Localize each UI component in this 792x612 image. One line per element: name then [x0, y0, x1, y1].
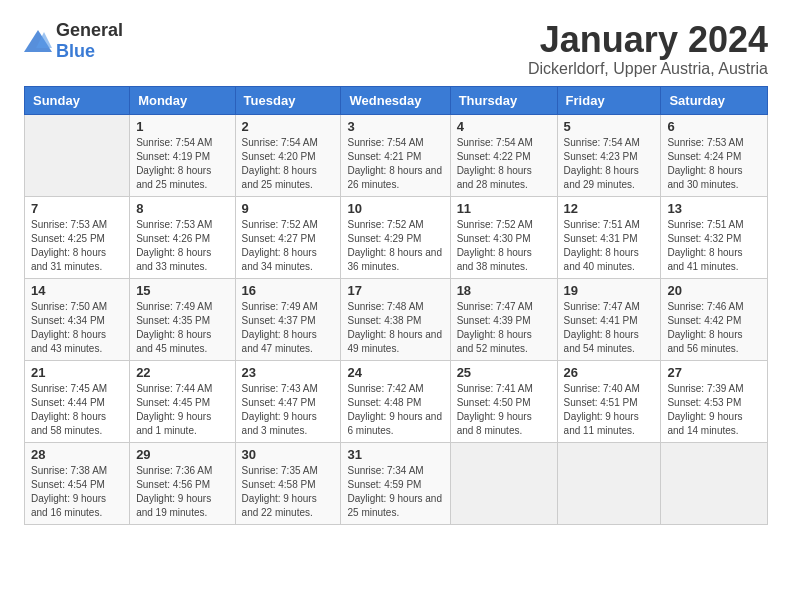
day-number: 5 — [564, 119, 655, 134]
calendar-cell: 6Sunrise: 7:53 AMSunset: 4:24 PMDaylight… — [661, 114, 768, 196]
calendar-cell: 23Sunrise: 7:43 AMSunset: 4:47 PMDayligh… — [235, 360, 341, 442]
day-info: Sunrise: 7:52 AMSunset: 4:27 PMDaylight:… — [242, 218, 335, 274]
day-info: Sunrise: 7:54 AMSunset: 4:19 PMDaylight:… — [136, 136, 228, 192]
calendar-cell: 22Sunrise: 7:44 AMSunset: 4:45 PMDayligh… — [130, 360, 235, 442]
calendar-week-row: 14Sunrise: 7:50 AMSunset: 4:34 PMDayligh… — [25, 278, 768, 360]
day-number: 6 — [667, 119, 761, 134]
day-number: 19 — [564, 283, 655, 298]
day-info: Sunrise: 7:44 AMSunset: 4:45 PMDaylight:… — [136, 382, 228, 438]
day-info: Sunrise: 7:38 AMSunset: 4:54 PMDaylight:… — [31, 464, 123, 520]
day-number: 4 — [457, 119, 551, 134]
calendar-week-row: 7Sunrise: 7:53 AMSunset: 4:25 PMDaylight… — [25, 196, 768, 278]
calendar-cell: 28Sunrise: 7:38 AMSunset: 4:54 PMDayligh… — [25, 442, 130, 524]
day-info: Sunrise: 7:47 AMSunset: 4:41 PMDaylight:… — [564, 300, 655, 356]
day-number: 20 — [667, 283, 761, 298]
day-info: Sunrise: 7:52 AMSunset: 4:30 PMDaylight:… — [457, 218, 551, 274]
day-info: Sunrise: 7:53 AMSunset: 4:24 PMDaylight:… — [667, 136, 761, 192]
logo-text: General Blue — [56, 20, 123, 62]
calendar-cell: 9Sunrise: 7:52 AMSunset: 4:27 PMDaylight… — [235, 196, 341, 278]
day-info: Sunrise: 7:41 AMSunset: 4:50 PMDaylight:… — [457, 382, 551, 438]
day-number: 21 — [31, 365, 123, 380]
day-number: 25 — [457, 365, 551, 380]
day-info: Sunrise: 7:50 AMSunset: 4:34 PMDaylight:… — [31, 300, 123, 356]
header-wednesday: Wednesday — [341, 86, 450, 114]
day-number: 29 — [136, 447, 228, 462]
calendar-cell: 4Sunrise: 7:54 AMSunset: 4:22 PMDaylight… — [450, 114, 557, 196]
calendar-cell — [25, 114, 130, 196]
calendar-cell: 18Sunrise: 7:47 AMSunset: 4:39 PMDayligh… — [450, 278, 557, 360]
day-info: Sunrise: 7:51 AMSunset: 4:32 PMDaylight:… — [667, 218, 761, 274]
header-friday: Friday — [557, 86, 661, 114]
day-number: 15 — [136, 283, 228, 298]
calendar-cell — [661, 442, 768, 524]
day-number: 26 — [564, 365, 655, 380]
day-number: 2 — [242, 119, 335, 134]
calendar-table: SundayMondayTuesdayWednesdayThursdayFrid… — [24, 86, 768, 525]
header-sunday: Sunday — [25, 86, 130, 114]
title-block: January 2024 Dickerldorf, Upper Austria,… — [528, 20, 768, 78]
day-info: Sunrise: 7:54 AMSunset: 4:23 PMDaylight:… — [564, 136, 655, 192]
day-number: 11 — [457, 201, 551, 216]
day-info: Sunrise: 7:54 AMSunset: 4:20 PMDaylight:… — [242, 136, 335, 192]
calendar-header-row: SundayMondayTuesdayWednesdayThursdayFrid… — [25, 86, 768, 114]
calendar-cell: 24Sunrise: 7:42 AMSunset: 4:48 PMDayligh… — [341, 360, 450, 442]
calendar-cell: 1Sunrise: 7:54 AMSunset: 4:19 PMDaylight… — [130, 114, 235, 196]
calendar-cell: 21Sunrise: 7:45 AMSunset: 4:44 PMDayligh… — [25, 360, 130, 442]
header-thursday: Thursday — [450, 86, 557, 114]
calendar-cell: 25Sunrise: 7:41 AMSunset: 4:50 PMDayligh… — [450, 360, 557, 442]
month-title: January 2024 — [528, 20, 768, 60]
day-number: 12 — [564, 201, 655, 216]
calendar-cell — [557, 442, 661, 524]
day-info: Sunrise: 7:39 AMSunset: 4:53 PMDaylight:… — [667, 382, 761, 438]
header-tuesday: Tuesday — [235, 86, 341, 114]
calendar-cell: 30Sunrise: 7:35 AMSunset: 4:58 PMDayligh… — [235, 442, 341, 524]
day-number: 7 — [31, 201, 123, 216]
day-info: Sunrise: 7:43 AMSunset: 4:47 PMDaylight:… — [242, 382, 335, 438]
page-header: General Blue January 2024 Dickerldorf, U… — [24, 20, 768, 78]
day-info: Sunrise: 7:53 AMSunset: 4:25 PMDaylight:… — [31, 218, 123, 274]
day-info: Sunrise: 7:52 AMSunset: 4:29 PMDaylight:… — [347, 218, 443, 274]
logo-general: General — [56, 20, 123, 40]
day-info: Sunrise: 7:49 AMSunset: 4:37 PMDaylight:… — [242, 300, 335, 356]
calendar-cell — [450, 442, 557, 524]
calendar-cell: 31Sunrise: 7:34 AMSunset: 4:59 PMDayligh… — [341, 442, 450, 524]
day-info: Sunrise: 7:45 AMSunset: 4:44 PMDaylight:… — [31, 382, 123, 438]
calendar-cell: 14Sunrise: 7:50 AMSunset: 4:34 PMDayligh… — [25, 278, 130, 360]
day-info: Sunrise: 7:36 AMSunset: 4:56 PMDaylight:… — [136, 464, 228, 520]
calendar-cell: 11Sunrise: 7:52 AMSunset: 4:30 PMDayligh… — [450, 196, 557, 278]
day-info: Sunrise: 7:49 AMSunset: 4:35 PMDaylight:… — [136, 300, 228, 356]
header-saturday: Saturday — [661, 86, 768, 114]
day-info: Sunrise: 7:51 AMSunset: 4:31 PMDaylight:… — [564, 218, 655, 274]
day-number: 18 — [457, 283, 551, 298]
calendar-cell: 7Sunrise: 7:53 AMSunset: 4:25 PMDaylight… — [25, 196, 130, 278]
calendar-week-row: 1Sunrise: 7:54 AMSunset: 4:19 PMDaylight… — [25, 114, 768, 196]
day-number: 17 — [347, 283, 443, 298]
calendar-cell: 13Sunrise: 7:51 AMSunset: 4:32 PMDayligh… — [661, 196, 768, 278]
calendar-cell: 27Sunrise: 7:39 AMSunset: 4:53 PMDayligh… — [661, 360, 768, 442]
calendar-cell: 15Sunrise: 7:49 AMSunset: 4:35 PMDayligh… — [130, 278, 235, 360]
calendar-cell: 12Sunrise: 7:51 AMSunset: 4:31 PMDayligh… — [557, 196, 661, 278]
calendar-week-row: 21Sunrise: 7:45 AMSunset: 4:44 PMDayligh… — [25, 360, 768, 442]
calendar-cell: 5Sunrise: 7:54 AMSunset: 4:23 PMDaylight… — [557, 114, 661, 196]
day-info: Sunrise: 7:53 AMSunset: 4:26 PMDaylight:… — [136, 218, 228, 274]
day-number: 22 — [136, 365, 228, 380]
logo: General Blue — [24, 20, 123, 62]
day-number: 13 — [667, 201, 761, 216]
calendar-cell: 8Sunrise: 7:53 AMSunset: 4:26 PMDaylight… — [130, 196, 235, 278]
day-number: 8 — [136, 201, 228, 216]
day-number: 10 — [347, 201, 443, 216]
day-info: Sunrise: 7:40 AMSunset: 4:51 PMDaylight:… — [564, 382, 655, 438]
day-info: Sunrise: 7:35 AMSunset: 4:58 PMDaylight:… — [242, 464, 335, 520]
calendar-cell: 2Sunrise: 7:54 AMSunset: 4:20 PMDaylight… — [235, 114, 341, 196]
calendar-cell: 19Sunrise: 7:47 AMSunset: 4:41 PMDayligh… — [557, 278, 661, 360]
day-info: Sunrise: 7:54 AMSunset: 4:21 PMDaylight:… — [347, 136, 443, 192]
day-number: 9 — [242, 201, 335, 216]
calendar-cell: 20Sunrise: 7:46 AMSunset: 4:42 PMDayligh… — [661, 278, 768, 360]
day-number: 28 — [31, 447, 123, 462]
day-number: 16 — [242, 283, 335, 298]
day-number: 3 — [347, 119, 443, 134]
calendar-cell: 17Sunrise: 7:48 AMSunset: 4:38 PMDayligh… — [341, 278, 450, 360]
header-monday: Monday — [130, 86, 235, 114]
day-number: 27 — [667, 365, 761, 380]
day-info: Sunrise: 7:46 AMSunset: 4:42 PMDaylight:… — [667, 300, 761, 356]
